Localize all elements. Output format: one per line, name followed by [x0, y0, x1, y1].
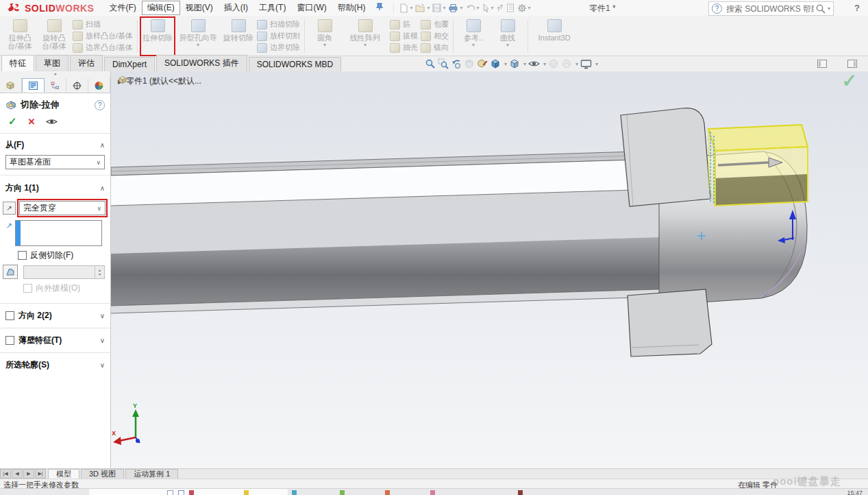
spin-down-icon[interactable]: ▼	[98, 272, 101, 276]
hide-show-items-icon[interactable]	[528, 58, 540, 69]
nav-next-button[interactable]: ▶	[23, 469, 34, 479]
cancel-button[interactable]: ✕	[28, 117, 36, 127]
taskbar-icon[interactable]	[178, 490, 184, 495]
taskbar-icon[interactable]	[292, 490, 297, 495]
flip-side-checkbox-row[interactable]: 反侧切除(F)	[18, 250, 103, 261]
end-condition-dropdown[interactable]: 完全贯穿 ∨	[19, 201, 106, 215]
apply-scene-icon[interactable]	[561, 58, 572, 69]
expand-panel-icon[interactable]	[847, 60, 857, 68]
taskbar-icon[interactable]	[340, 490, 345, 495]
menu-insert[interactable]: 插入(I)	[219, 1, 253, 15]
tab-motion-study[interactable]: 运动算例 1	[125, 469, 178, 479]
tab-features[interactable]: 特征	[1, 55, 34, 71]
search-input[interactable]	[725, 3, 815, 14]
sweep-button[interactable]: 扫描	[73, 19, 133, 29]
flip-side-checkbox[interactable]	[18, 251, 27, 260]
direction1-section-header[interactable]: 方向 1(1) ∧	[0, 177, 110, 197]
linear-pattern-button[interactable]: 线性阵列 ▾	[342, 17, 388, 56]
save-caret-icon[interactable]: ▾	[443, 5, 445, 11]
panel-splitter[interactable]: ●	[0, 71, 110, 78]
boundary-cut-button[interactable]: 边界切除	[257, 43, 300, 53]
reference-caret-icon[interactable]: ▾	[472, 43, 475, 48]
linear-pattern-caret-icon[interactable]: ▾	[364, 43, 367, 48]
zoom-area-icon[interactable]	[438, 58, 449, 69]
tab-dimxpert[interactable]: DimXpert	[104, 57, 155, 71]
model-view[interactable]: Y X	[111, 71, 868, 468]
from-dropdown[interactable]: 草图基准面 ∨	[5, 155, 105, 169]
tab-sw-mbd[interactable]: SOLIDWORKS MBD	[249, 57, 341, 71]
tab-3d-views[interactable]: 3D 视图	[81, 469, 124, 479]
collapse-panel-icon[interactable]	[817, 60, 827, 68]
help-button[interactable]: ?	[854, 3, 860, 13]
extruded-boss-button[interactable]: 拉伸凸台/基体	[3, 17, 37, 56]
undo-caret-icon[interactable]: ▾	[477, 5, 480, 11]
apply-scene-caret-icon[interactable]: ▾	[575, 61, 578, 67]
fillet-caret-icon[interactable]: ▾	[323, 43, 326, 48]
breadcrumb-part-name[interactable]: 零件1 (默认<<默认...	[126, 75, 201, 87]
tab-featuremanager[interactable]	[0, 78, 22, 93]
taskbar-icon[interactable]	[244, 490, 249, 495]
intersect-button[interactable]: 相交	[421, 31, 449, 41]
taskbar-icon[interactable]	[167, 490, 173, 495]
zoom-fit-icon[interactable]	[425, 58, 436, 69]
lofted-boss-button[interactable]: 放样凸台/基体	[73, 31, 133, 41]
tab-configurationmanager[interactable]	[45, 78, 66, 93]
view-settings-icon[interactable]	[580, 59, 592, 69]
confirmation-corner-check[interactable]: ✓	[841, 71, 857, 92]
selected-contours-expand-icon[interactable]: ∨	[100, 361, 105, 369]
direction2-expand-icon[interactable]: ∨	[100, 312, 105, 319]
rebuild-button[interactable]	[497, 3, 504, 12]
undo-button[interactable]: ▾	[466, 4, 480, 12]
shaft-body[interactable]	[111, 151, 659, 313]
taskbar-icon[interactable]	[518, 490, 523, 495]
print-button[interactable]: ▾	[448, 3, 462, 12]
revolved-boss-button[interactable]: 旋转凸台/基体	[37, 17, 71, 56]
taskbar-icon[interactable]	[385, 490, 390, 495]
tab-displaymanager[interactable]	[88, 78, 110, 93]
display-style-caret-icon[interactable]: ▾	[523, 61, 526, 67]
menu-edit[interactable]: 编辑(E)	[142, 1, 180, 15]
view-settings-caret-icon[interactable]: ▾	[595, 61, 598, 67]
3d-drawing-view-icon[interactable]	[477, 58, 488, 69]
draft-button[interactable]: 拔模	[390, 31, 418, 41]
draft-angle-input[interactable]: ▲▼	[23, 265, 105, 279]
preview-eye-icon[interactable]	[46, 118, 58, 125]
shell-button[interactable]: 抽壳	[390, 43, 418, 53]
mirror-button[interactable]: 镜向	[421, 43, 449, 53]
hole-wizard-caret-icon[interactable]: ▾	[197, 43, 199, 48]
search-icon[interactable]	[815, 3, 826, 14]
options-caret-icon[interactable]: ▾	[528, 5, 531, 11]
ok-button[interactable]: ✓	[8, 115, 17, 128]
direction2-checkbox[interactable]	[5, 311, 14, 320]
display-style-icon[interactable]	[509, 58, 520, 69]
options-button[interactable]: ▾	[517, 3, 531, 13]
pin-menu-icon[interactable]	[376, 3, 384, 13]
select-button[interactable]: ▾	[482, 3, 494, 12]
search-caret-icon[interactable]: ▾	[828, 5, 830, 12]
save-button[interactable]: ▾	[432, 3, 445, 12]
open-button[interactable]: ▾	[415, 3, 430, 12]
direction-selection-box[interactable]	[15, 220, 102, 246]
selected-contours-section-header[interactable]: 所选轮廓(S) ∨	[0, 352, 110, 377]
bottom-key-tab[interactable]	[628, 289, 712, 357]
previous-view-icon[interactable]	[451, 58, 462, 69]
draft-spinner[interactable]: ▲▼	[95, 266, 104, 278]
menu-window[interactable]: 窗口(W)	[291, 1, 332, 15]
tab-evaluate[interactable]: 评估	[70, 55, 103, 71]
pm-help-icon[interactable]: ?	[95, 100, 105, 110]
viewport-breadcrumb[interactable]: ▶ 零件1 (默认<<默认...	[118, 75, 201, 87]
new-document-button[interactable]: ▾	[399, 3, 412, 13]
open-caret-icon[interactable]: ▾	[427, 5, 430, 11]
tab-propertymanager[interactable]	[22, 78, 45, 93]
file-properties-button[interactable]	[506, 3, 514, 12]
from-collapse-icon[interactable]: ∧	[100, 141, 105, 149]
direction2-section-header[interactable]: 方向 2(2) ∨	[0, 303, 110, 328]
from-section-header[interactable]: 从(F) ∧	[0, 134, 110, 154]
hide-show-caret-icon[interactable]: ▾	[543, 61, 546, 67]
rib-button[interactable]: 筋	[390, 19, 418, 29]
menu-tools[interactable]: 工具(T)	[253, 1, 291, 15]
reverse-direction-button[interactable]: ↗	[3, 202, 16, 215]
lofted-cut-button[interactable]: 放样切割	[257, 31, 300, 41]
tab-sw-addins[interactable]: SOLIDWORKS 插件	[156, 55, 247, 71]
section-view-icon[interactable]	[464, 58, 475, 69]
